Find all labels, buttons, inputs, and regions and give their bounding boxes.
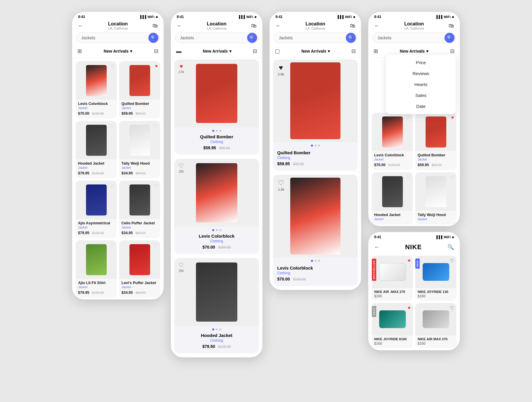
jacket-image-levis-puffer <box>129 244 150 275</box>
product-card-4-hooded[interactable]: ♡ Hooded Jacket Jacket <box>372 172 413 224</box>
product-card-quilted[interactable]: ♥ Quilted Bomber Jacket $59.95 $95.50 <box>119 61 160 119</box>
product-card-hooded[interactable]: ♡ Hooded Jacket Jacket $79.95 $125.50 <box>76 121 117 178</box>
single-card-quilted[interactable]: ♥ 2.5k Quilted Bomber Clothing $59.95 $9… <box>273 59 358 171</box>
nike-heart-airmax2[interactable]: ♡ <box>450 305 454 311</box>
filter-button-3[interactable]: ⊟ <box>351 47 356 55</box>
heart-button-hooded[interactable]: ♡ <box>110 123 114 129</box>
heart-button-4-hooded[interactable]: ♡ <box>406 175 411 180</box>
heart-button-levis-puffer[interactable]: ♡ <box>154 243 158 248</box>
heart-button-colorblock[interactable]: ♡ <box>110 64 114 69</box>
search-input-4[interactable] <box>372 33 456 43</box>
dropdown-reviews[interactable]: Reviews <box>386 68 456 79</box>
filter-button-1[interactable]: ⊟ <box>153 47 159 55</box>
cart-button-3[interactable]: 🛍 <box>349 22 356 30</box>
filter-button-2[interactable]: ⊟ <box>252 47 258 55</box>
back-button-4[interactable]: ← <box>373 22 381 30</box>
product-card-tally[interactable]: ♡ Tally Weiji Hood Jacket $34.95 $40.50 <box>119 121 160 178</box>
signal-icon-nike: ▐▐▐ <box>435 235 442 239</box>
sort-dropdown-2[interactable]: New Arrivals ▾ <box>203 49 231 54</box>
heart-button-ajio-fit[interactable]: ♡ <box>110 243 114 248</box>
nike-heart-joyride[interactable]: ♡ <box>450 258 454 264</box>
back-button-3[interactable]: ← <box>274 22 282 30</box>
product-card-ajio[interactable]: ♡ Ajio Asymmetrical Jacket $79.95 $125.5… <box>76 181 117 238</box>
heart-button-4-colorblock[interactable]: ♡ <box>406 115 411 121</box>
search-button-2[interactable]: 🔍 <box>247 33 257 43</box>
nike-heart-joyride2[interactable]: ♥ <box>408 305 411 311</box>
grid-view-button-1[interactable]: ⊞ <box>77 47 82 55</box>
sort-dropdown-4[interactable]: New Arrivals ▾ <box>400 49 428 54</box>
nike-back-button[interactable]: ← <box>373 243 381 252</box>
list-heart-quilted[interactable]: ♥ 2.5k <box>179 63 184 74</box>
product-card-ajio-fit[interactable]: ♡ Ajio Lit Fit Shirt Jacket $79.95 $125.… <box>76 240 117 298</box>
heart-button-quilted[interactable]: ♥ <box>155 64 158 69</box>
search-input-3[interactable] <box>274 33 357 43</box>
header-4: ← Location LA, California 🛍 <box>368 20 460 33</box>
product-name-ajio-fit: Ajio Lit Fit Shirt <box>78 281 114 285</box>
product-card-4-white[interactable]: ♡ Tally Weiji Hood Jacket <box>415 172 456 224</box>
back-button-2[interactable]: ← <box>176 22 183 30</box>
nike-heart-airmax[interactable]: ♥ <box>408 258 411 263</box>
back-button-1[interactable]: ← <box>77 22 85 30</box>
nike-card-joyride2[interactable]: SALE ♥ NIKE JOYRIDE 8160 $160 <box>372 303 413 348</box>
single-info-colorblock: Levis Colorblock Clothing $70.00 $159.50 <box>273 263 358 286</box>
list-item-colorblock[interactable]: ♡ 250 Levis Colorblock Clothing $70.00 $… <box>174 159 259 254</box>
search-input-1[interactable] <box>76 33 160 43</box>
sort-dropdown-3[interactable]: New Arrivals ▾ <box>301 49 330 54</box>
product-card-celio[interactable]: ♡ Celio Puffer Jacket Jacket $34.95 $40.… <box>119 181 160 238</box>
heart-button-4-white[interactable]: ♡ <box>450 175 454 180</box>
jacket-image-celio <box>129 184 150 215</box>
search-button-1[interactable]: 🔍 <box>148 33 158 43</box>
battery-icon-nike: ■ <box>452 235 454 239</box>
nike-search-button[interactable]: 🔍 <box>446 243 455 252</box>
list-price-hooded: $79.50 <box>202 344 215 349</box>
heart-button-4-quilted[interactable]: ♥ <box>451 115 454 120</box>
search-button-4[interactable]: 🔍 <box>445 33 455 43</box>
single-heart-quilted[interactable]: ♥ 2.5k <box>278 64 284 76</box>
battery-icon-2: ■ <box>254 15 257 19</box>
dot-h-1 <box>212 328 214 330</box>
sort-dropdown-1[interactable]: New Arrivals ▾ <box>104 49 132 54</box>
dropdown-date[interactable]: Date <box>386 101 456 112</box>
nike-card-joyride[interactable]: NEW ♡ NIKE JOYRIDE 130 $160 <box>415 256 456 301</box>
search-button-3[interactable]: 🔍 <box>346 33 356 43</box>
cart-button-2[interactable]: 🛍 <box>250 22 258 30</box>
header-center-2: Location LA, California <box>207 21 227 30</box>
dropdown-hearts[interactable]: Hearts <box>386 79 456 90</box>
list-item-quilted[interactable]: ♥ 2.5k Quilted Bomber Clothing $59.95 $9… <box>174 59 259 155</box>
status-bar-nike: 9:41 ▐▐▐ WiFi ■ <box>368 232 460 240</box>
product-grid-4: ♡ Levis Colorblock Jacket $70.00 $150.50… <box>368 111 460 226</box>
list-view-button-2[interactable]: ▬ <box>176 48 182 55</box>
grid-view-button-4[interactable]: ⊞ <box>373 47 379 55</box>
cart-button-1[interactable]: 🛍 <box>151 22 159 30</box>
single-view-button-3[interactable]: ▢ <box>274 47 280 55</box>
search-input-2[interactable] <box>175 33 258 43</box>
nike-card-airmax2[interactable]: ♡ NIKE AIR MAX 270 $160 <box>415 303 456 348</box>
product-card-levis-puffer[interactable]: ♡ Levi's Puffer Jacket Jacket $34.95 $40… <box>119 240 160 298</box>
product-card-colorblock[interactable]: ♡ Levis Colorblock Jacket $70.00 $150.50 <box>76 61 117 119</box>
cart-button-4[interactable]: 🛍 <box>447 22 455 30</box>
filter-button-4[interactable]: ⊟ <box>450 47 455 55</box>
nike-price-joyride: $160 <box>418 294 454 298</box>
dropdown-price[interactable]: Price <box>386 57 456 68</box>
list-heart-colorblock[interactable]: ♡ 250 <box>179 162 184 173</box>
nike-header: ← NIKE 🔍 <box>368 240 460 254</box>
list-heart-hooded[interactable]: ♡ 250 <box>179 262 184 273</box>
product-price-celio: $34.95 <box>121 231 133 235</box>
list-item-hooded[interactable]: ♡ 250 Hooded Jacket Clothing $79.50 $125… <box>174 258 259 353</box>
nike-card-airmax[interactable]: BESTSELLER ♥ NIKE AIR -MAX 270 $160 <box>372 256 413 301</box>
wifi-icon-4: WiFi <box>444 15 450 19</box>
product-category-hooded: Jacket <box>78 166 114 169</box>
product-card-4-quilted[interactable]: ♥ Quilted Bomber Jacket $59.95 $95.50 <box>415 113 456 170</box>
dropdown-sales[interactable]: Sales <box>386 90 456 101</box>
heart-button-tally[interactable]: ♡ <box>154 123 158 129</box>
header-center-1: Location LA, California <box>108 21 128 30</box>
dot-cb-2 <box>216 229 218 231</box>
heart-button-ajio[interactable]: ♡ <box>110 183 114 189</box>
single-heart-colorblock[interactable]: ♡ 1.2k <box>278 179 284 191</box>
single-heart-count-quilted: 2.5k <box>278 72 284 76</box>
heart-button-celio[interactable]: ♡ <box>154 183 158 189</box>
product-card-4-colorblock[interactable]: ♡ Levis Colorblock Jacket $70.00 $150.50 <box>372 113 413 170</box>
single-card-colorblock[interactable]: ♡ 1.2k Levis Colorblock Clothing $70.00 … <box>273 175 358 286</box>
product-category-ajio: Jacket <box>78 226 114 229</box>
sort-label-4: New Arrivals <box>400 49 425 54</box>
